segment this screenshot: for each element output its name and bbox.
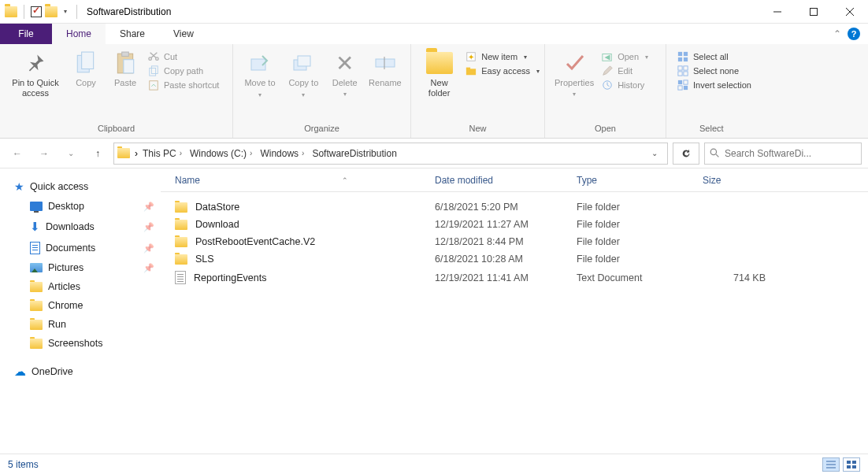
column-name[interactable]: Name⌃ (175, 175, 435, 186)
breadcrumb-item[interactable]: SoftwareDistribution (309, 148, 399, 159)
qat-dropdown-icon[interactable]: ▾ (61, 8, 70, 15)
breadcrumb-item[interactable]: Windows› (257, 148, 307, 159)
move-to-button[interactable]: Move to ▾ (238, 46, 282, 100)
column-type[interactable]: Type (577, 175, 703, 186)
file-date: 6/18/2021 5:20 PM (435, 202, 577, 213)
new-folder-icon (426, 52, 453, 74)
ribbon: Pin to Quick access Copy Paste Cut Copy … (0, 44, 868, 139)
up-button[interactable]: ↑ (87, 143, 109, 165)
open-button[interactable]: Open▾ (602, 51, 648, 62)
copy-path-button[interactable]: Copy path (148, 65, 219, 76)
copy-to-button[interactable]: Copy to ▾ (282, 46, 325, 100)
minimize-button[interactable] (759, 0, 796, 24)
desktop-icon (30, 202, 43, 211)
svg-rect-20 (466, 68, 470, 70)
file-date: 6/18/2021 10:28 AM (435, 254, 577, 265)
delete-icon: ✕ (336, 50, 354, 76)
nav-screenshots[interactable]: Screenshots (0, 334, 161, 353)
nav-onedrive[interactable]: ☁OneDrive (0, 361, 161, 383)
properties-icon (562, 51, 586, 75)
file-row[interactable]: ReportingEvents12/19/2021 11:41 AMText D… (161, 268, 868, 287)
cut-button[interactable]: Cut (148, 51, 219, 62)
tab-home[interactable]: Home (52, 24, 106, 44)
svg-rect-23 (678, 52, 682, 56)
qat-properties-icon[interactable] (31, 6, 42, 17)
breadcrumb-item[interactable]: This PC› (139, 148, 185, 159)
navigation-pane[interactable]: ★Quick access Desktop📌 ⬇Downloads📌 Docum… (0, 168, 161, 454)
history-button[interactable]: History (602, 80, 648, 91)
group-label-organize: Organize (233, 124, 410, 138)
svg-rect-14 (298, 56, 310, 66)
easy-access-button[interactable]: Easy access▾ (466, 65, 540, 76)
folder-icon (175, 220, 187, 230)
status-bar: 5 items (0, 454, 868, 474)
properties-button[interactable]: Properties▾ (550, 46, 599, 99)
svg-text:✦: ✦ (468, 53, 474, 61)
nav-pictures[interactable]: Pictures📌 (0, 258, 161, 277)
tab-view[interactable]: View (159, 24, 208, 44)
close-button[interactable] (832, 0, 868, 24)
nav-documents[interactable]: Documents📌 (0, 238, 161, 258)
nav-run[interactable]: Run (0, 315, 161, 334)
history-icon (602, 80, 613, 91)
help-icon[interactable]: ? (848, 28, 860, 40)
nav-desktop[interactable]: Desktop📌 (0, 197, 161, 216)
svg-rect-11 (150, 81, 158, 90)
file-row[interactable]: SLS6/18/2021 10:28 AMFile folder (161, 250, 868, 268)
refresh-button[interactable] (673, 143, 699, 165)
search-input[interactable] (725, 148, 856, 159)
column-date[interactable]: Date modified (435, 175, 577, 186)
svg-point-35 (710, 149, 716, 154)
qat-folder-icon[interactable] (45, 6, 57, 17)
new-folder-button[interactable]: New folder (416, 46, 462, 98)
paste-shortcut-button[interactable]: Paste shortcut (148, 80, 219, 91)
address-dropdown-icon[interactable]: ⌄ (645, 149, 664, 157)
column-size[interactable]: Size (703, 175, 781, 186)
search-box[interactable] (704, 143, 862, 165)
refresh-icon (681, 148, 692, 159)
edit-button[interactable]: Edit (602, 65, 648, 76)
new-item-button[interactable]: ✦New item▾ (466, 51, 540, 62)
svg-line-36 (716, 154, 718, 157)
svg-rect-5 (82, 52, 94, 69)
recent-locations-button[interactable]: ⌄ (60, 143, 82, 165)
svg-rect-32 (684, 80, 688, 84)
pin-icon (24, 52, 46, 74)
nav-downloads[interactable]: ⬇Downloads📌 (0, 216, 161, 238)
breadcrumb-item[interactable]: Windows (C:)› (187, 148, 255, 159)
collapse-ribbon-icon[interactable]: ⌃ (833, 28, 841, 39)
nav-quick-access[interactable]: ★Quick access (0, 176, 161, 197)
file-row[interactable]: Download12/19/2021 11:27 AMFile folder (161, 216, 868, 233)
copy-button[interactable]: Copy (66, 46, 106, 88)
select-all-button[interactable]: Select all (677, 51, 751, 62)
select-none-button[interactable]: Select none (677, 65, 751, 76)
chevron-right-icon[interactable]: › (135, 148, 138, 159)
downloads-icon: ⬇ (30, 220, 40, 234)
file-row[interactable]: PostRebootEventCache.V212/18/2021 8:44 P… (161, 233, 868, 250)
folder-icon (175, 254, 187, 265)
breadcrumb[interactable]: › This PC› Windows (C:)› Windows› Softwa… (113, 143, 668, 165)
back-button[interactable]: ← (6, 143, 28, 165)
pin-to-quick-access-button[interactable]: Pin to Quick access (5, 46, 66, 98)
delete-button[interactable]: ✕ Delete▾ (325, 46, 365, 99)
select-all-icon (677, 51, 688, 62)
thumbnails-view-button[interactable] (843, 457, 860, 472)
scissors-icon (148, 51, 159, 62)
maximize-button[interactable] (796, 0, 832, 24)
paste-button[interactable]: Paste (106, 46, 145, 88)
invert-selection-icon (677, 80, 688, 91)
folder-icon (175, 202, 187, 213)
nav-articles[interactable]: Articles (0, 277, 161, 296)
file-date: 12/19/2021 11:27 AM (435, 219, 577, 230)
file-type: Text Document (577, 272, 703, 283)
rename-button[interactable]: Rename (365, 46, 406, 88)
invert-selection-button[interactable]: Invert selection (677, 80, 751, 91)
tab-share[interactable]: Share (106, 24, 159, 44)
breadcrumb-folder-icon (117, 148, 130, 158)
details-view-button[interactable] (822, 457, 840, 472)
file-row[interactable]: DataStore6/18/2021 5:20 PMFile folder (161, 198, 868, 216)
nav-chrome[interactable]: Chrome (0, 296, 161, 315)
search-icon (710, 148, 720, 158)
forward-button[interactable]: → (33, 143, 55, 165)
tab-file[interactable]: File (0, 24, 52, 44)
